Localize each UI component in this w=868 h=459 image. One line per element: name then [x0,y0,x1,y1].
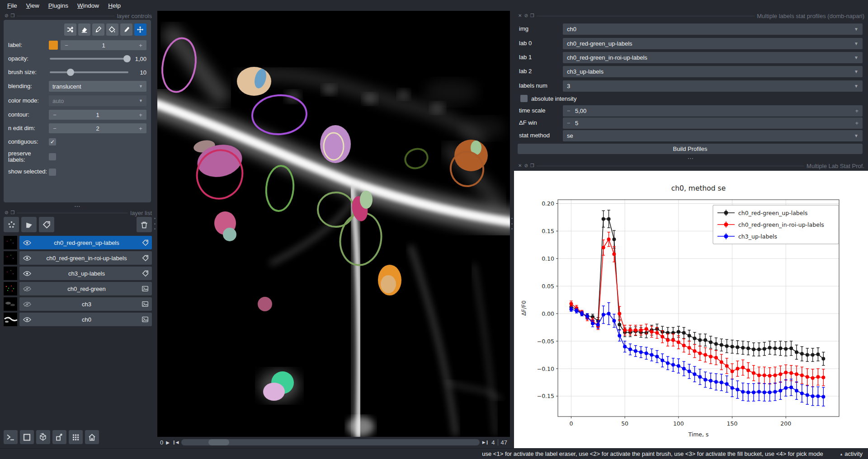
float-panel-icon[interactable]: ⊘ [5,211,8,215]
close-icon[interactable]: ✕ [518,164,522,168]
eye-hidden-icon[interactable] [23,286,31,292]
roll-dimensions-button[interactable] [36,430,50,444]
neditdim-spinbox[interactable]: −2+ [49,123,146,133]
contour-spinbox[interactable]: −1+ [49,110,146,120]
contiguous-checkbox[interactable]: ✓ [49,138,56,145]
preserve-labels-checkbox[interactable] [49,153,56,160]
eye-visible-icon[interactable] [23,271,31,276]
console-button[interactable] [4,430,18,444]
new-shapes-layer-button[interactable] [21,217,37,232]
layer-type [138,285,152,292]
ndisplay-2d-button[interactable] [20,430,34,444]
brush size-slider[interactable] [49,68,129,77]
increment-icon[interactable]: + [135,42,146,49]
layer-visibility-toggle[interactable] [19,317,35,323]
menu-view[interactable]: View [22,1,44,10]
new-shapes-layer-icon [24,220,33,229]
layer-visibility-toggle[interactable] [19,286,35,292]
label-fill-plum [320,125,351,163]
pan-zoom-button[interactable] [134,23,146,36]
layer-item-ch0_red-green_in-roi-up-labels[interactable]: ch0_red-green_in-roi-up-labels [19,251,152,265]
eye-hidden-icon[interactable] [23,301,31,307]
dock-resize-handle[interactable]: ⋯ [4,204,152,210]
layer-name: ch0_red-green [35,286,138,292]
decrement-icon[interactable]: − [567,120,575,126]
decrement-icon[interactable]: − [49,112,61,118]
hide-panel-icon[interactable]: ❒ [10,211,14,215]
lab-0-combobox[interactable]: ch0_red-green_up-labels▼ [563,38,863,49]
menu-help[interactable]: Help [104,1,125,10]
decrement-icon[interactable]: − [49,125,61,132]
activity-button[interactable]: ▴ activity [840,450,863,457]
layer-list: ch0_red-green_up-labelsch0_red-green_in-… [4,236,152,328]
left-splitter-handle[interactable] [154,218,156,230]
increment-icon[interactable]: + [850,108,859,114]
frame-slider-handle[interactable] [208,439,229,445]
layer-visibility-toggle[interactable] [19,255,35,261]
increment-icon[interactable]: + [135,112,146,118]
layer-item-ch3_up-labels[interactable]: ch3_up-labels [19,267,152,280]
blending-combobox[interactable]: translucent▼ [49,81,146,92]
frame-slider-track[interactable] [181,439,479,445]
dock-resize-handle[interactable]: ⋯ [514,156,868,162]
color mode-combobox[interactable]: auto▼ [49,95,146,106]
new-labels-layer-button[interactable] [39,217,54,232]
shuffle-colors-button[interactable] [64,23,76,36]
increment-icon[interactable]: + [135,125,146,132]
lab-2-combobox[interactable]: ch3_up-labels▼ [563,66,863,77]
menu-window[interactable]: Window [73,1,104,10]
play-icon[interactable]: ▶ [166,440,170,445]
delete-layer-button[interactable] [137,217,152,232]
layer-visibility-toggle[interactable] [19,301,35,307]
transpose-dimensions-button[interactable] [52,430,66,444]
menu-plugins[interactable]: Plugins [44,1,73,10]
eye-visible-icon[interactable] [23,255,31,261]
decrement-icon[interactable]: − [567,108,575,114]
hide-panel-icon[interactable]: ❒ [10,14,14,18]
layer-visibility-toggle[interactable] [19,240,35,246]
show-selected-checkbox[interactable] [49,169,56,176]
skip-to-start-icon[interactable]: ❙◀ [172,440,179,445]
hide-panel-icon[interactable]: ❒ [530,164,534,168]
absolute-intensity-checkbox[interactable] [520,95,528,102]
menu-file[interactable]: File [3,1,22,10]
grid-view-button[interactable] [69,430,83,444]
increment-icon[interactable]: + [850,120,859,126]
slider-handle[interactable] [67,69,74,76]
img-combobox[interactable]: ch0▼ [563,23,863,35]
image-canvas[interactable] [157,11,510,437]
float-panel-icon[interactable]: ⊘ [5,14,8,18]
layer-item-ch0_red-green[interactable]: ch0_red-green [19,282,152,295]
ΔF-win-spinbox[interactable]: −5+ [563,117,863,129]
eye-visible-icon[interactable] [23,317,31,323]
paintbrush-button[interactable] [92,23,104,36]
float-panel-icon[interactable]: ⊘ [524,164,528,168]
float-panel-icon[interactable]: ⊘ [524,14,528,18]
eraser-button[interactable] [78,23,90,36]
hide-panel-icon[interactable]: ❒ [530,14,534,18]
decrement-icon[interactable]: − [61,42,72,49]
current-frame[interactable]: 4 [491,439,495,446]
layer-item-ch0[interactable]: ch0 [19,313,152,326]
build-profiles-button[interactable]: Build Profiles [518,144,863,154]
fill-bucket-button[interactable] [106,23,118,36]
lab-1-combobox[interactable]: ch0_red-green_in-roi-up-labels▼ [563,52,863,63]
label-spinbox[interactable]: −1+ [61,40,146,50]
slider-handle[interactable] [123,55,131,62]
label-color-swatch[interactable] [49,41,58,50]
skip-to-end-icon[interactable]: ▶❙ [482,440,489,445]
opacity-slider[interactable] [49,54,129,63]
layer-item-ch0_red-green_up-labels[interactable]: ch0_red-green_up-labels [19,236,152,249]
close-icon[interactable]: ✕ [518,14,522,18]
eye-visible-icon[interactable] [23,240,31,246]
color-picker-button[interactable] [120,23,132,36]
stat-method-combobox[interactable]: se▼ [563,130,863,141]
home-reset-view-button[interactable] [85,430,99,444]
labels-num-combobox[interactable]: 3▼ [563,80,863,92]
new-points-layer-button[interactable] [4,217,19,232]
layer-item-ch3[interactable]: ch3 [19,297,152,311]
right-splitter-handle[interactable] [511,218,513,230]
time-scale-spinbox[interactable]: −5,00+ [563,105,863,117]
spin-value: 5,00 [575,108,586,114]
layer-visibility-toggle[interactable] [19,271,35,276]
